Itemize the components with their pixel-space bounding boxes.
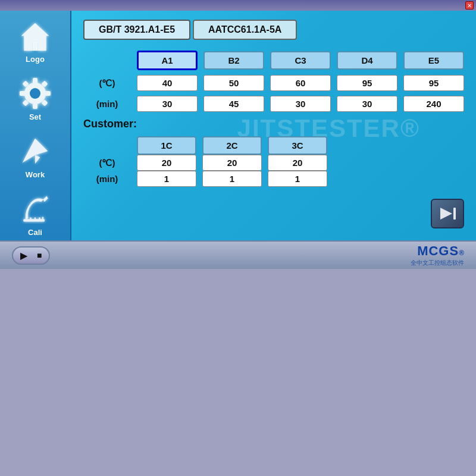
svg-marker-20 xyxy=(440,208,452,220)
svg-rect-15 xyxy=(26,217,27,220)
play-button[interactable]: ▶ xyxy=(20,250,27,261)
stop-button[interactable]: ■ xyxy=(37,250,42,260)
btn-c3[interactable]: C3 xyxy=(270,51,331,70)
std-header-row: A1 B2 C3 D4 E5 xyxy=(83,51,464,70)
btn-a1[interactable]: A1 xyxy=(137,51,198,70)
sidebar-item-cali[interactable]: Cali xyxy=(0,187,70,240)
mcgs-reg: ® xyxy=(459,249,464,257)
svg-point-11 xyxy=(30,88,40,99)
cali-icon xyxy=(17,191,53,227)
std-temp-label: (℃) xyxy=(83,78,131,89)
svg-rect-14 xyxy=(24,220,45,222)
btn-b2[interactable]: B2 xyxy=(203,51,264,70)
svg-rect-21 xyxy=(453,208,456,220)
cust-header-row: 1C 2C 3C xyxy=(83,136,333,155)
customer-label: Customer: xyxy=(83,118,464,130)
btn-3c[interactable]: 3C xyxy=(268,136,327,155)
std-temp-b2[interactable]: 50 xyxy=(203,75,264,91)
sidebar-item-work[interactable]: Work xyxy=(0,130,70,183)
svg-rect-19 xyxy=(42,217,43,220)
std-min-label: (min) xyxy=(83,99,131,109)
cust-min-1c[interactable]: 1 xyxy=(137,171,196,187)
main-content: JITSTESTER® GB/T 3921.A1-E5 AATCC61.1A-5… xyxy=(71,11,476,240)
cust-temp-3c[interactable]: 20 xyxy=(268,155,327,171)
std-temp-d4[interactable]: 95 xyxy=(337,75,397,91)
sidebar-item-logo[interactable]: Logo xyxy=(0,17,70,67)
svg-rect-16 xyxy=(30,218,32,220)
standards-section: A1 B2 C3 D4 E5 (℃) 40 50 60 95 95 (min) … xyxy=(83,51,464,112)
cust-min-3c[interactable]: 1 xyxy=(268,171,327,187)
cust-min-label: (min) xyxy=(83,174,131,184)
sidebar: Logo xyxy=(0,11,71,240)
sidebar-item-set[interactable]: Set xyxy=(0,72,70,125)
btn-2c[interactable]: 2C xyxy=(202,136,262,155)
playback-controls: ▶ ■ xyxy=(12,246,50,265)
std-min-d4[interactable]: 30 xyxy=(337,96,397,112)
btn-e5[interactable]: E5 xyxy=(403,51,464,70)
tab-gb[interactable]: GB/T 3921.A1-E5 xyxy=(83,20,190,40)
cust-temp-2c[interactable]: 20 xyxy=(202,155,262,171)
title-bar: ✕ xyxy=(0,0,476,11)
app-window: Logo xyxy=(0,11,476,240)
std-min-a1[interactable]: 30 xyxy=(137,96,198,112)
next-button[interactable] xyxy=(431,199,464,228)
std-min-b2[interactable]: 45 xyxy=(203,96,264,112)
mcgs-subtitle: 全中文工控组态软件 xyxy=(411,259,464,267)
plane-icon xyxy=(17,133,53,169)
std-min-e5[interactable]: 240 xyxy=(403,96,464,112)
cust-temp-label: (℃) xyxy=(83,158,131,168)
cust-temp-row: (℃) 20 20 20 xyxy=(83,155,333,171)
std-temp-c3[interactable]: 60 xyxy=(270,75,331,91)
tab-aatcc[interactable]: AATCC61.1A-5A xyxy=(193,20,297,40)
tabs-row: GB/T 3921.A1-E5 AATCC61.1A-5A xyxy=(83,20,464,40)
std-min-row: (min) 30 45 30 30 240 xyxy=(83,96,464,112)
cust-temp-1c[interactable]: 20 xyxy=(137,155,196,171)
btn-d4[interactable]: D4 xyxy=(337,51,397,70)
svg-rect-18 xyxy=(39,218,40,220)
gear-icon xyxy=(17,76,53,111)
customer-section: Customer: 1C 2C 3C (℃) 20 20 20 (min) 1 … xyxy=(83,118,464,187)
svg-rect-17 xyxy=(35,218,36,220)
sidebar-logo-label: Logo xyxy=(26,55,45,64)
sidebar-work-label: Work xyxy=(26,170,45,179)
mcgs-title: MCGS xyxy=(417,243,459,259)
home-icon xyxy=(18,20,52,54)
std-min-c3[interactable]: 30 xyxy=(270,96,331,112)
mcgs-logo: MCGS ® 全中文工控组态软件 xyxy=(411,243,464,267)
sidebar-set-label: Set xyxy=(29,112,41,121)
cust-min-row: (min) 1 1 1 xyxy=(83,171,333,187)
svg-marker-13 xyxy=(35,155,40,164)
std-temp-row: (℃) 40 50 60 95 95 xyxy=(83,75,464,91)
std-temp-a1[interactable]: 40 xyxy=(137,75,198,91)
bottom-bar: ▶ ■ MCGS ® 全中文工控组态软件 xyxy=(0,240,476,269)
close-button[interactable]: ✕ xyxy=(465,1,474,10)
btn-1c[interactable]: 1C xyxy=(137,136,196,155)
cust-min-2c[interactable]: 1 xyxy=(202,171,262,187)
svg-rect-1 xyxy=(32,41,37,51)
sidebar-cali-label: Cali xyxy=(28,228,42,237)
std-temp-e5[interactable]: 95 xyxy=(403,75,464,91)
